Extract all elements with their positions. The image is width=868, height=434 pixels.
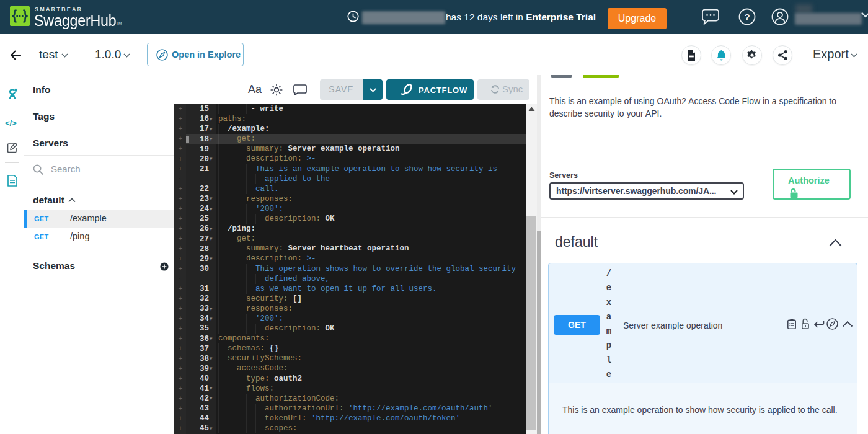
svg-text:?: ? [744, 12, 750, 22]
